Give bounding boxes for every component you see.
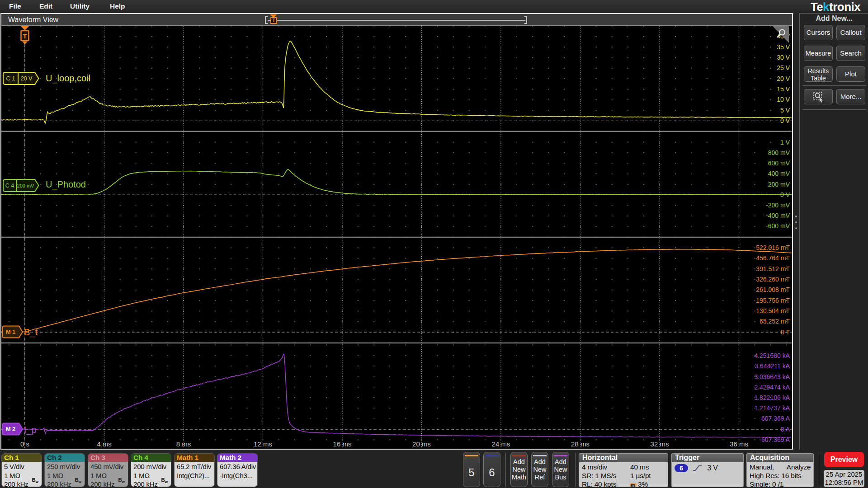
svg-text:391.512 mT: 391.512 mT <box>756 265 790 272</box>
svg-text:1.822106 kA: 1.822106 kA <box>754 394 790 401</box>
svg-text:-607.369 A: -607.369 A <box>759 436 790 443</box>
svg-text:35 V: 35 V <box>777 43 790 51</box>
svg-text:800 mV: 800 mV <box>768 149 790 156</box>
svg-text:522.016 mT: 522.016 mT <box>756 244 790 251</box>
svg-text:1.214737 kA: 1.214737 kA <box>754 404 790 412</box>
svg-text:10 V: 10 V <box>777 96 790 103</box>
svg-text:0 T: 0 T <box>781 328 790 336</box>
svg-text:-400 mV: -400 mV <box>766 212 790 219</box>
svg-text:C 1: C 1 <box>6 75 15 82</box>
svg-text:15 V: 15 V <box>777 85 790 93</box>
svg-text:U_Photod: U_Photod <box>46 179 86 190</box>
svg-text:3.036843 kA: 3.036843 kA <box>754 373 790 380</box>
svg-text:200 mV: 200 mV <box>768 181 790 188</box>
svg-text:600 mV: 600 mV <box>768 160 790 167</box>
svg-text:24 ms: 24 ms <box>492 440 510 448</box>
svg-text:1 V: 1 V <box>780 139 790 146</box>
svg-text:20 ms: 20 ms <box>412 440 431 448</box>
svg-text:607.369 A: 607.369 A <box>761 415 790 422</box>
svg-text:200 mV: 200 mV <box>17 183 35 188</box>
svg-text:8 ms: 8 ms <box>176 440 191 448</box>
svg-text:32 ms: 32 ms <box>651 440 669 448</box>
svg-text:4 ms: 4 ms <box>97 440 112 448</box>
svg-text:261.008 mT: 261.008 mT <box>756 286 790 293</box>
svg-text:25 V: 25 V <box>777 64 790 71</box>
svg-text:2.429474 kA: 2.429474 kA <box>754 384 790 391</box>
svg-text:65.252 mT: 65.252 mT <box>760 318 790 325</box>
svg-text:130.504 mT: 130.504 mT <box>756 307 790 314</box>
svg-text:195.756 mT: 195.756 mT <box>756 297 790 304</box>
svg-text:-600 mV: -600 mV <box>766 222 790 230</box>
svg-text:16 ms: 16 ms <box>333 440 352 448</box>
svg-text:0 V: 0 V <box>780 191 790 198</box>
svg-text:U_loop,coil: U_loop,coil <box>46 73 90 84</box>
svg-text:C 4: C 4 <box>5 183 14 189</box>
svg-text:28 ms: 28 ms <box>571 440 590 448</box>
svg-text:M 2: M 2 <box>6 426 16 432</box>
svg-text:20 V: 20 V <box>777 75 790 82</box>
svg-text:36 ms: 36 ms <box>730 440 748 448</box>
svg-text:20 V: 20 V <box>21 75 33 82</box>
svg-text:0 A: 0 A <box>781 426 790 433</box>
svg-text:I_p: I_p <box>24 425 37 435</box>
svg-text:T: T <box>23 32 27 40</box>
svg-text:30 V: 30 V <box>777 54 790 61</box>
svg-text:B_t: B_t <box>24 327 38 338</box>
svg-text:M 1: M 1 <box>6 328 16 335</box>
svg-text:-200 mV: -200 mV <box>766 202 790 209</box>
svg-text:326.260 mT: 326.260 mT <box>756 276 790 283</box>
svg-text:456.764 mT: 456.764 mT <box>756 254 790 262</box>
svg-text:4.251580 kA: 4.251580 kA <box>754 352 790 359</box>
svg-text:5 V: 5 V <box>780 107 790 114</box>
svg-text:0 V: 0 V <box>780 117 790 124</box>
svg-text:400 mV: 400 mV <box>768 170 790 177</box>
svg-text:12 ms: 12 ms <box>254 440 272 448</box>
svg-text:0 s: 0 s <box>20 440 29 448</box>
svg-text:3.644211 kA: 3.644211 kA <box>755 362 790 370</box>
